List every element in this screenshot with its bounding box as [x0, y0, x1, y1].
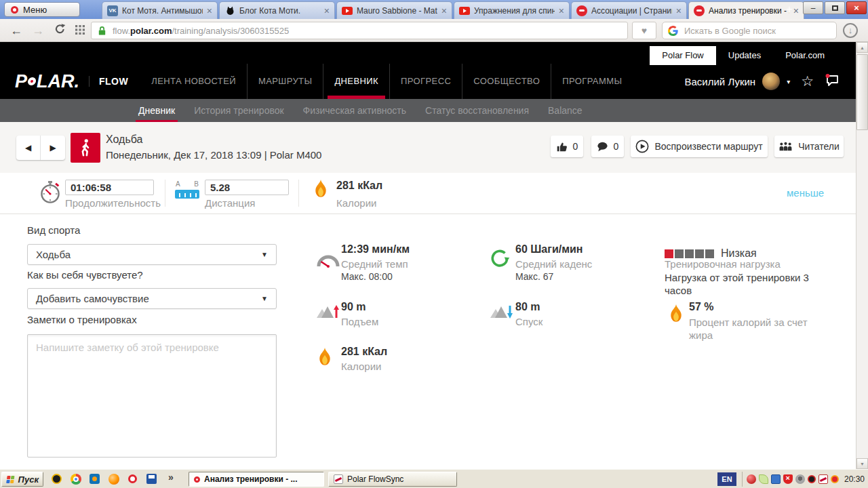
floppy-icon[interactable] — [145, 472, 158, 485]
new-tab-button[interactable]: + — [780, 3, 799, 16]
tab-uprazhneniya[interactable]: Упражнения для спины × — [454, 1, 570, 19]
comment-button[interactable]: 0 — [591, 136, 624, 157]
tab-close-icon[interactable]: × — [324, 6, 330, 16]
firefox-icon[interactable] — [107, 472, 120, 485]
tab-close-icon[interactable]: × — [441, 6, 447, 16]
bookmark-button[interactable]: ♥ — [632, 22, 656, 39]
subnav-dnevnik[interactable]: Дневник — [129, 99, 184, 122]
nav-marshruty[interactable]: МАРШРУТЫ — [248, 64, 323, 99]
tab-blog-kota[interactable]: Блог Кота Моти. × — [219, 1, 335, 19]
marker-b: B — [194, 180, 199, 188]
url-bar[interactable]: flow.polar.com/training/analysis/3060315… — [91, 22, 628, 39]
minimize-button[interactable]: – — [803, 1, 823, 14]
nav-progress[interactable]: ПРОГРЕСС — [390, 64, 462, 99]
user-name[interactable]: Василий Лукин — [684, 76, 755, 87]
tab-mauro-sabbione[interactable]: Mauro Sabbione - Matia × — [336, 1, 452, 19]
duration-input[interactable] — [65, 180, 154, 195]
ball-icon[interactable] — [747, 474, 756, 484]
scroll-down-button[interactable]: ▼ — [856, 458, 868, 469]
download-button[interactable]: ↓ — [843, 23, 858, 38]
system-tray: 20:30 — [742, 472, 865, 487]
sport-select[interactable]: Ходьба ▼ — [27, 244, 277, 265]
task-polar-flowsync[interactable]: Polar FlowSync — [328, 472, 457, 487]
photos-icon[interactable] — [88, 472, 101, 485]
close-button[interactable]: × — [846, 1, 867, 14]
distance-label: Дистанция — [205, 197, 255, 209]
cadence-max: Макс. 67 — [515, 271, 553, 282]
subnav-fiz-aktivnost[interactable]: Физическая активность — [294, 99, 416, 122]
search-input[interactable] — [683, 25, 831, 37]
sport-select-value: Ходьба — [36, 249, 71, 260]
start-button[interactable]: Пуск — [1, 472, 43, 487]
user-menu-caret-icon[interactable]: ▾ — [787, 78, 790, 85]
reload-button[interactable] — [52, 22, 68, 39]
opera-menu-button[interactable]: Меню — [4, 2, 80, 17]
subnav-vosstanovlenie[interactable]: Статус восстановления — [416, 99, 538, 122]
leaf-icon[interactable] — [759, 474, 768, 484]
top-link-updates[interactable]: Updates — [716, 46, 773, 65]
top-link-polar-flow[interactable]: Polar Flow — [650, 46, 715, 65]
taskbar-clock[interactable]: 20:30 — [844, 474, 865, 484]
nav-flow[interactable]: FLOW — [89, 76, 128, 87]
favorites-star-icon[interactable]: ☆ — [801, 73, 814, 89]
readers-button[interactable]: Читатели — [774, 136, 844, 157]
network-icon[interactable] — [771, 474, 781, 484]
avatar[interactable] — [762, 73, 780, 90]
search-box[interactable] — [662, 22, 837, 39]
polar-top-links: Polar Flow Updates Polar.com — [650, 46, 837, 65]
language-indicator[interactable]: EN — [717, 472, 736, 486]
shield-icon[interactable] — [783, 474, 793, 484]
logo-letters: LAR. — [37, 71, 79, 92]
scroll-up-button[interactable]: ▲ — [856, 42, 868, 53]
page-scrollbar[interactable]: ▲ ▼ — [856, 42, 868, 469]
subnav-balance[interactable]: Balance — [538, 99, 592, 122]
tab-close-icon[interactable]: × — [207, 6, 212, 16]
less-link[interactable]: меньше — [787, 187, 824, 199]
camera-icon[interactable] — [795, 474, 805, 484]
tab-associacii[interactable]: Ассоциации | Страница × — [571, 1, 687, 19]
feeling-select[interactable]: Добавить самочувствие ▼ — [27, 288, 277, 309]
polar-logo: PLAR. — [15, 71, 79, 92]
descent-value: 80 m — [515, 301, 540, 313]
daemon-tools-icon[interactable] — [50, 472, 63, 485]
session-sport-title: Ходьба — [106, 134, 142, 146]
opera-icon[interactable] — [126, 472, 139, 485]
task-analiz-trenirovki[interactable]: Анализ тренировки - ... — [189, 472, 324, 487]
speed-dial-button[interactable] — [72, 22, 88, 39]
distance-input[interactable] — [205, 180, 289, 195]
back-button[interactable]: ← — [8, 22, 24, 39]
tab-title: Ассоциации | Страница — [591, 6, 672, 16]
forward-button[interactable]: → — [30, 22, 46, 39]
load-segment — [665, 249, 673, 258]
flowsync-tray-icon[interactable] — [818, 474, 828, 484]
tab-kot-motya[interactable]: VK Кот Мотя. Антимышова × — [102, 1, 218, 19]
daemon-icon[interactable] — [808, 475, 816, 483]
tab-close-icon[interactable]: × — [559, 6, 564, 16]
scrollbar-thumb[interactable] — [856, 54, 868, 130]
prev-session-button[interactable]: ◀ — [16, 136, 41, 160]
nav-lenta-novostey[interactable]: ЛЕНТА НОВОСТЕЙ — [140, 64, 248, 99]
quick-launch-overflow[interactable]: » — [168, 472, 174, 483]
windows-logo-icon — [6, 475, 15, 484]
notes-textarea[interactable] — [27, 334, 277, 458]
divider — [165, 180, 165, 207]
tab-close-icon[interactable]: × — [676, 6, 682, 16]
logo-o-icon — [27, 77, 37, 85]
nav-programmy[interactable]: ПРОГРАММЫ — [551, 64, 633, 99]
people-icon — [778, 142, 793, 151]
browser-address-bar: ← → flow.polar.com/training/analysis/306… — [0, 19, 868, 42]
replay-route-button[interactable]: Воспроизвести маршрут — [631, 136, 768, 157]
polar-tray-icon[interactable] — [831, 475, 839, 483]
notifications-icon[interactable] — [825, 73, 840, 89]
subnav-istoriya[interactable]: История тренировок — [184, 99, 293, 122]
maximize-button[interactable] — [825, 1, 845, 14]
ascent-icon — [316, 303, 339, 319]
nav-dnevnik[interactable]: ДНЕВНИК — [323, 64, 390, 99]
next-session-button[interactable]: ▶ — [41, 136, 65, 160]
chrome-icon[interactable] — [69, 472, 82, 485]
nav-soobschestvo[interactable]: СООБЩЕСТВО — [462, 64, 551, 99]
top-link-polar-com[interactable]: Polar.com — [773, 46, 837, 65]
logo-letter: P — [15, 71, 27, 92]
like-button[interactable]: 0 — [551, 136, 583, 157]
comment-icon — [597, 142, 608, 152]
